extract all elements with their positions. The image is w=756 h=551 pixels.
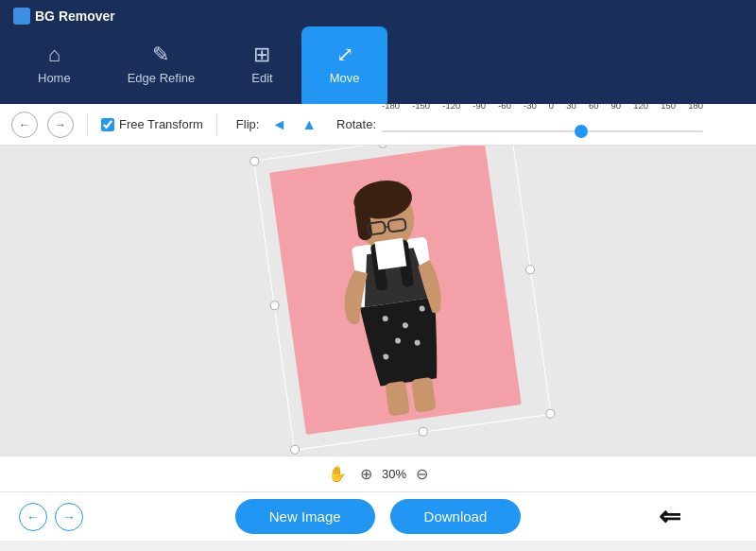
free-transform-text: Free Transform [119,117,203,131]
tab-edit[interactable]: ⊞ Edit [223,26,301,104]
zoom-in-icon[interactable]: ⊕ [360,465,372,483]
tab-home[interactable]: ⌂ Home [9,26,99,104]
rotate-slider-container: -180 -150 -120 -90 -60 -30 0 30 60 90 12… [382,113,703,136]
canvas-area [0,146,756,456]
hand-tool-icon[interactable]: ✋ [328,465,347,483]
svg-rect-17 [411,377,437,413]
free-transform-label[interactable]: Free Transform [101,117,203,131]
next-icon: → [62,509,76,525]
flip-horizontal-button[interactable]: ◄ [268,114,289,135]
undo-button[interactable]: ← [11,112,38,138]
app-title: BG Remover [35,9,115,24]
new-image-button[interactable]: New Image [235,499,375,534]
handle-bottom-middle[interactable] [418,426,428,437]
image-background [269,146,522,435]
free-transform-checkbox[interactable] [101,118,114,131]
handle-middle-right[interactable] [524,265,535,275]
next-button[interactable]: → [55,503,83,531]
tab-home-label: Home [38,71,71,85]
arrow-indicator [659,501,680,532]
zoom-out-icon[interactable]: ⊖ [416,465,428,483]
toolbar: ← → Free Transform Flip: ◄ ▲ Rotate: -18… [0,104,756,146]
tab-move[interactable]: ⤢ Move [301,26,388,104]
flip-vertical-button[interactable]: ▲ [299,114,319,135]
prev-button[interactable]: ← [19,503,47,531]
home-icon: ⌂ [48,44,60,65]
tab-edge-refine-label: Edge Refine [128,71,196,85]
zoom-bar: ✋ ⊕ 30% ⊖ [0,456,756,491]
bottom-bar: ← → New Image Download [0,491,756,541]
rotate-label: Rotate: [336,117,376,131]
svg-rect-16 [385,381,410,417]
prev-icon: ← [26,509,40,525]
zoom-value: 30% [382,467,406,481]
rotate-tick-labels: -180 -150 -120 -90 -60 -30 0 30 60 90 12… [382,100,703,111]
image-container[interactable] [269,146,522,435]
header: BG Remover ⌂ Home ✎ Edge Refine ⊞ Edit ⤢… [0,0,756,104]
handle-top-middle[interactable] [377,146,387,148]
rotate-thumb[interactable] [575,125,588,138]
handle-bottom-right[interactable] [545,408,556,419]
tab-move-label: Move [330,71,360,85]
logo-icon [13,8,30,25]
handle-bottom-left[interactable] [289,444,300,455]
divider-1 [87,114,88,135]
tab-edge-refine[interactable]: ✎ Edge Refine [99,26,224,104]
svg-line-6 [385,227,388,228]
edit-icon: ⊞ [253,44,270,65]
nav-tabs: ⌂ Home ✎ Edge Refine ⊞ Edit ⤢ Move [9,0,747,104]
handle-middle-left[interactable] [269,301,280,311]
person-image [269,146,522,435]
svg-rect-9 [374,238,406,270]
download-button[interactable]: Download [390,499,522,534]
app-logo: BG Remover [13,8,115,25]
rotate-slider-track [382,130,703,132]
move-icon: ⤢ [336,44,353,65]
edge-refine-icon: ✎ [152,44,169,65]
divider-2 [216,114,217,135]
redo-button[interactable]: → [47,112,74,138]
tab-edit-label: Edit [251,71,272,85]
flip-label: Flip: [236,117,260,131]
handle-top-left[interactable] [249,156,260,166]
rotate-section: Rotate: -180 -150 -120 -90 -60 -30 0 30 … [336,113,703,136]
